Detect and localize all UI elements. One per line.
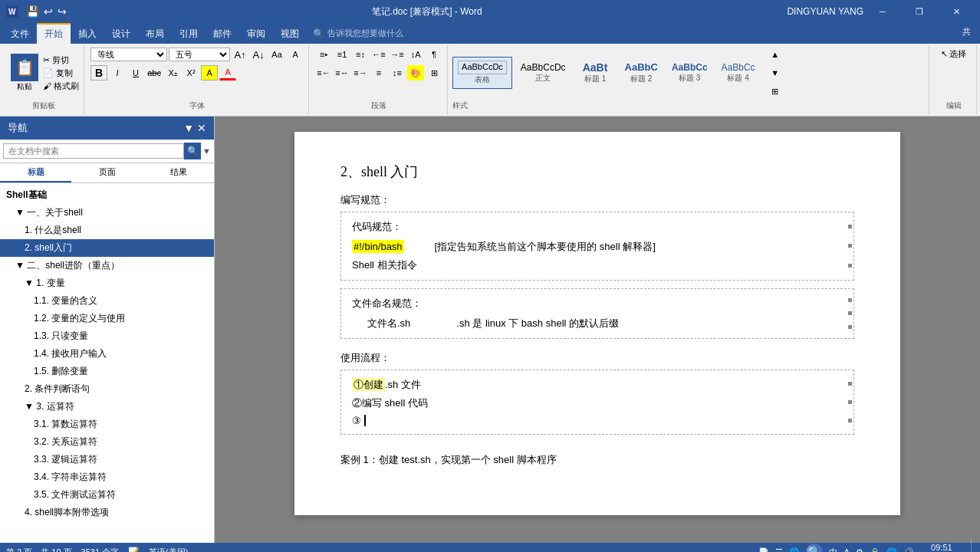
highlight-btn[interactable]: A [201, 65, 218, 80]
tray-icon3[interactable]: 🔊 [903, 547, 914, 553]
nav-search-options[interactable]: ▼ [202, 146, 211, 156]
settings-icon[interactable]: ⚙ [856, 547, 863, 553]
border-btn[interactable]: ⊞ [426, 65, 442, 80]
document-area[interactable]: 2、shell 入门 编写规范： 代码规范： #!/bin/bash [指定告知… [215, 117, 980, 543]
tab-file[interactable]: 文件 [3, 23, 37, 44]
cut-button[interactable]: ✂ 剪切 [43, 54, 79, 66]
indent-increase-btn[interactable]: →≡ [389, 47, 406, 62]
list-number-btn[interactable]: ≡1 [334, 47, 350, 62]
tab-mail[interactable]: 邮件 [206, 23, 239, 44]
clear-format-btn[interactable]: Aa [268, 47, 285, 62]
nav-dropdown-btn[interactable]: ▼ [183, 122, 194, 134]
clock[interactable]: 09:51 2018-04-04 [920, 543, 963, 552]
tab-design[interactable]: 设计 [104, 23, 138, 44]
list-bullet-btn[interactable]: ≡• [315, 47, 332, 62]
nav-item-op-string[interactable]: 3.4. 字符串运算符 [0, 468, 214, 486]
minimize-button[interactable]: ─ [865, 0, 900, 23]
nav-tab-results[interactable]: 结果 [143, 163, 214, 182]
format-painter-button[interactable]: 🖌 格式刷 [43, 80, 79, 92]
nav-item-operators[interactable]: ▼ 3. 运算符 [0, 398, 214, 416]
style-heading1[interactable]: AaBt 标题 1 [574, 58, 617, 89]
nav-close-btn[interactable]: ✕ [197, 122, 206, 134]
tab-layout[interactable]: 布局 [138, 23, 172, 44]
multilevel-list-btn[interactable]: ≡↕ [352, 47, 369, 62]
decrease-font-btn[interactable]: A↓ [250, 47, 267, 62]
nav-search-button[interactable]: 🔍 [184, 143, 201, 159]
tab-view[interactable]: 视图 [273, 23, 307, 44]
show-marks-btn[interactable]: ¶ [426, 47, 442, 62]
align-left-btn[interactable]: ≡← [315, 65, 332, 80]
sort-btn[interactable]: ↕A [407, 47, 424, 62]
tab-home[interactable]: 开始 [37, 23, 71, 44]
nav-item-shell-options[interactable]: 4. shell脚本附带选项 [0, 504, 214, 521]
nav-item-op-arith[interactable]: 3.1. 算数运算符 [0, 416, 214, 433]
tab-references[interactable]: 引用 [172, 23, 206, 44]
select-button[interactable]: ↖选择 [938, 47, 969, 61]
font-family-select[interactable]: 等线 [90, 48, 167, 61]
indent-decrease-btn[interactable]: ←≡ [370, 47, 387, 62]
line-spacing-btn[interactable]: ↕≡ [389, 65, 406, 80]
underline-button[interactable]: U [127, 65, 144, 80]
style-table[interactable]: AaBbCcDc 表格 [452, 57, 512, 88]
restore-button[interactable]: ❐ [902, 0, 937, 23]
show-desktop-btn[interactable] [971, 538, 974, 552]
share-btn[interactable]: 共 [956, 23, 977, 44]
nav-item-var-define[interactable]: 1.2. 变量的定义与使用 [0, 310, 214, 327]
nav-tab-pages[interactable]: 页面 [71, 163, 143, 182]
align-right-btn[interactable]: ≡→ [352, 65, 369, 80]
strikethrough-button[interactable]: abc [146, 65, 163, 80]
close-button[interactable]: ✕ [939, 0, 974, 23]
web-layout-icon[interactable]: 🌐 [789, 547, 800, 553]
copy-button[interactable]: 📄 复制 [43, 67, 79, 79]
font-size-select[interactable]: 五号 [169, 48, 230, 61]
nav-item-op-file[interactable]: 3.5. 文件测试运算符 [0, 486, 214, 504]
align-center-btn[interactable]: ≡↔ [334, 65, 350, 80]
nav-item-op-relation[interactable]: 3.2. 关系运算符 [0, 433, 214, 451]
nav-item-user-input[interactable]: 1.4. 接收用户输入 [0, 345, 214, 363]
print-layout-icon[interactable]: ☰ [775, 547, 783, 553]
nav-item-about-shell[interactable]: ▼ 一、关于shell [0, 204, 214, 222]
nav-item-shell-basics[interactable]: Shell基础 [0, 186, 214, 204]
ribbon-search[interactable]: 告诉我您想要做什么 [327, 28, 403, 39]
nav-item-op-logic[interactable]: 3.3. 逻辑运算符 [0, 451, 214, 468]
nav-item-what-is-shell[interactable]: 1. 什么是shell [0, 222, 214, 239]
input-mode[interactable]: A [844, 547, 849, 552]
italic-button[interactable]: I [109, 65, 126, 80]
tab-insert[interactable]: 插入 [71, 23, 104, 44]
superscript-button[interactable]: X² [183, 65, 199, 80]
nav-tab-headings[interactable]: 标题 [0, 163, 71, 182]
redo-icon[interactable]: ↪ [58, 5, 67, 18]
save-icon[interactable]: 💾 [26, 5, 39, 18]
tray-icon2[interactable]: 🌐 [886, 547, 897, 553]
increase-font-btn[interactable]: A↑ [232, 47, 248, 62]
style-scroll-up[interactable]: ▲ [767, 47, 784, 62]
nav-item-shell-advanced[interactable]: ▼ 二、shell进阶（重点） [0, 257, 214, 274]
undo-icon[interactable]: ↩ [44, 5, 53, 18]
style-heading3[interactable]: AaBbCc 标题 3 [666, 58, 713, 87]
nav-item-readonly[interactable]: 1.3. 只读变量 [0, 327, 214, 345]
style-heading4[interactable]: AaBbCc 标题 4 [716, 58, 761, 87]
chinese-input[interactable]: 中 [829, 547, 837, 553]
nav-search-input[interactable] [3, 143, 184, 159]
style-normal[interactable]: AaBbCcDc 正文 [515, 58, 571, 87]
style-heading2[interactable]: AaBbC 标题 2 [620, 58, 663, 88]
subscript-button[interactable]: X₂ [164, 65, 181, 80]
nav-item-condition[interactable]: 2. 条件判断语句 [0, 380, 214, 398]
style-scroll-down[interactable]: ▼ [767, 65, 784, 80]
nav-item-delete-var[interactable]: 1.5. 删除变量 [0, 363, 214, 380]
zoom-icon[interactable]: 🔍 [806, 544, 823, 552]
nav-item-shell-intro[interactable]: 2. shell入门 [0, 239, 214, 257]
shading-btn[interactable]: 🎨 [407, 65, 424, 80]
justify-btn[interactable]: ≡ [370, 65, 387, 80]
nav-item-vars[interactable]: ▼ 1. 变量 [0, 274, 214, 292]
paste-button[interactable]: 📋 粘贴 [8, 52, 41, 94]
text-effects-btn[interactable]: A [287, 47, 304, 62]
tab-review[interactable]: 审阅 [239, 23, 273, 44]
font-color-btn[interactable]: A [219, 65, 236, 80]
spell-check-icon[interactable]: 📝 [128, 547, 140, 552]
nav-item-var-meaning[interactable]: 1.1. 变量的含义 [0, 292, 214, 310]
bold-button[interactable]: B [90, 65, 107, 80]
style-expand[interactable]: ⊞ [767, 84, 784, 99]
read-mode-icon[interactable]: 📄 [758, 547, 769, 553]
tray-icon1[interactable]: 🔒 [870, 547, 880, 553]
